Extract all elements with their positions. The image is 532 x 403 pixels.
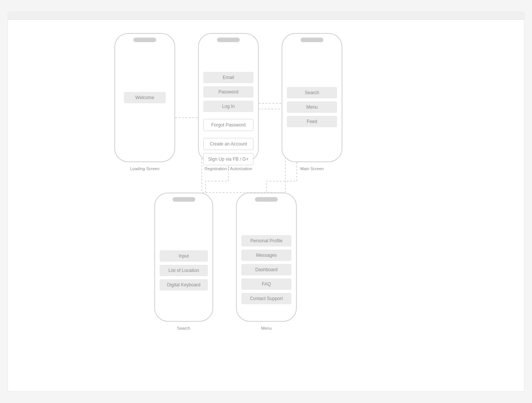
phone-registration: Email Password Log In Forgot Password Cr… xyxy=(198,33,259,162)
forgot-password-button[interactable]: Forgot Password xyxy=(203,119,253,131)
phone-notch-menu xyxy=(255,197,278,202)
search-button[interactable]: Search xyxy=(287,87,337,98)
faq-button[interactable]: FAQ xyxy=(241,278,291,290)
registration-label: Registration / Autorization xyxy=(199,166,258,171)
signup-fb-button[interactable]: Sign Up via FB / G+ xyxy=(203,153,253,165)
personal-profile-button[interactable]: Personal Profile xyxy=(241,235,291,247)
digital-keyboard-button[interactable]: Digital Keyboard xyxy=(160,279,208,291)
list-of-location-button[interactable]: List of Location xyxy=(160,265,208,276)
loading-label: Loading Screen xyxy=(115,166,174,171)
messages-button[interactable]: Messages xyxy=(241,250,291,261)
login-button[interactable]: Log In xyxy=(203,101,253,112)
phone-main: Search Menu Feed Main Screen xyxy=(282,33,342,162)
create-account-button[interactable]: Create an Account xyxy=(203,138,253,150)
menu-label: Menu xyxy=(237,326,296,330)
phone-notch-main xyxy=(301,38,323,42)
phone-search: Input List of Location Digital Keyboard … xyxy=(154,193,213,322)
contact-support-button[interactable]: Contact Support xyxy=(241,293,291,304)
top-bar xyxy=(8,12,524,20)
email-button[interactable]: Email xyxy=(203,72,253,83)
dashboard-button[interactable]: Dashboard xyxy=(241,264,291,275)
main-label: Main Screen xyxy=(282,166,342,171)
phone-notch-registration xyxy=(217,38,240,42)
search-label: Search xyxy=(155,326,212,330)
phone-notch-search xyxy=(173,197,195,202)
phone-loading: Welcome Loading Screen xyxy=(114,33,175,162)
canvas: Welcome Loading Screen Email Password Lo… xyxy=(8,12,524,392)
phone-menu: Personal Profile Messages Dashboard FAQ … xyxy=(236,193,297,322)
input-button[interactable]: Input xyxy=(160,250,208,262)
feed-button[interactable]: Feed xyxy=(287,116,337,127)
phone-notch-loading xyxy=(133,38,156,42)
welcome-button[interactable]: Welcome xyxy=(124,92,166,103)
password-button[interactable]: Password xyxy=(203,86,253,98)
menu-button[interactable]: Menu xyxy=(287,101,337,113)
